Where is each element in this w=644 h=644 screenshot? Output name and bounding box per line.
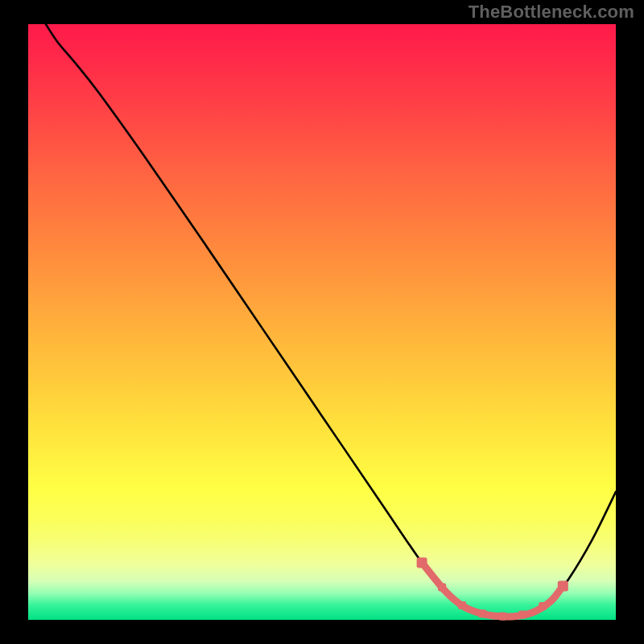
gradient-background: [28, 24, 616, 620]
svg-rect-1: [558, 581, 568, 592]
svg-rect-3: [458, 601, 466, 609]
svg-rect-5: [498, 613, 506, 621]
svg-rect-7: [539, 602, 547, 610]
svg-rect-0: [417, 557, 427, 568]
svg-rect-6: [518, 611, 526, 619]
bottleneck-chart: [0, 0, 644, 644]
watermark: TheBottleneck.com: [469, 2, 634, 23]
svg-rect-4: [478, 609, 486, 617]
svg-rect-2: [438, 583, 446, 591]
chart-stage: TheBottleneck.com: [0, 0, 644, 644]
